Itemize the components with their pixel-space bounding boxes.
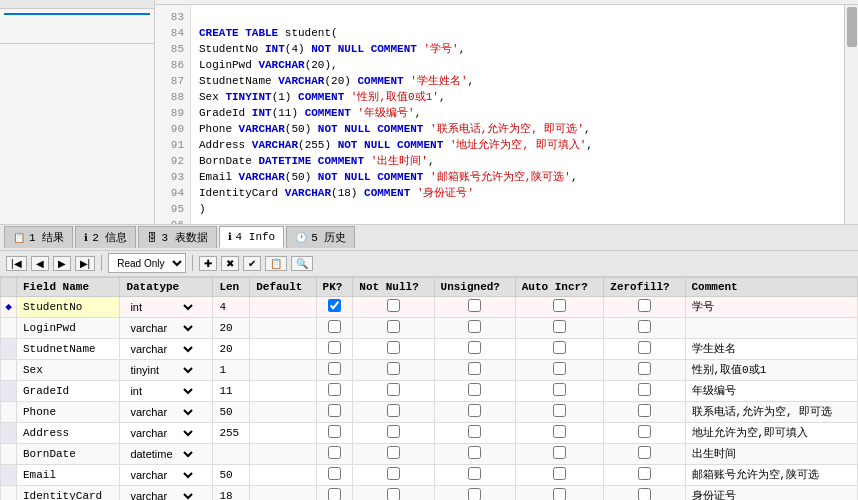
code-content[interactable]: 8384858687888990919293949596979899100101… [155, 5, 858, 224]
datatype-9[interactable]: varchar [120, 485, 213, 500]
code-line-8[interactable]: Address VARCHAR(255) NOT NULL COMMENT '地… [199, 137, 836, 153]
default-0[interactable] [250, 296, 316, 317]
unsigned-checkbox-4[interactable] [468, 383, 481, 396]
pk-8[interactable] [316, 464, 353, 485]
pk-2[interactable] [316, 338, 353, 359]
code-line-1[interactable]: CREATE TABLE student( [199, 25, 836, 41]
autoinc-3[interactable] [515, 359, 604, 380]
toolbar-btn-save[interactable]: ✔ [243, 256, 261, 271]
scrollbar-y[interactable] [844, 5, 858, 224]
autoinc-checkbox-7[interactable] [553, 446, 566, 459]
default-1[interactable] [250, 317, 316, 338]
unsigned-checkbox-9[interactable] [468, 488, 481, 501]
zerofill-0[interactable] [604, 296, 685, 317]
code-text[interactable]: CREATE TABLE student( StudentNo INT(4) N… [191, 5, 844, 224]
default-9[interactable] [250, 485, 316, 500]
zerofill-checkbox-2[interactable] [638, 341, 651, 354]
zerofill-checkbox-9[interactable] [638, 488, 651, 501]
notnull-checkbox-5[interactable] [387, 404, 400, 417]
notnull-checkbox-8[interactable] [387, 467, 400, 480]
unsigned-0[interactable] [434, 296, 515, 317]
code-line-11[interactable]: IdentityCard VARCHAR(18) COMMENT '身份证号' [199, 185, 836, 201]
autoinc-checkbox-1[interactable] [553, 320, 566, 333]
field-name-4[interactable]: GradeId [17, 380, 120, 401]
pk-0[interactable] [316, 296, 353, 317]
code-line-6[interactable]: GradeId INT(11) COMMENT '年级编号', [199, 105, 836, 121]
zerofill-6[interactable] [604, 422, 685, 443]
pk-3[interactable] [316, 359, 353, 380]
notnull-7[interactable] [353, 443, 434, 464]
datatype-select-4[interactable]: int [126, 384, 196, 398]
notnull-5[interactable] [353, 401, 434, 422]
default-4[interactable] [250, 380, 316, 401]
notnull-checkbox-9[interactable] [387, 488, 400, 501]
pk-checkbox-0[interactable] [328, 299, 341, 312]
comment-8[interactable]: 邮箱账号允许为空,陕可选 [685, 464, 858, 485]
field-name-7[interactable]: BornDate [17, 443, 120, 464]
code-line-4[interactable]: StudnetName VARCHAR(20) COMMENT '学生姓名', [199, 73, 836, 89]
datatype-4[interactable]: int [120, 380, 213, 401]
datatype-select-1[interactable]: varchar [126, 321, 196, 335]
datatype-select-8[interactable]: varchar [126, 468, 196, 482]
tab-history[interactable]: 🕐5 历史 [286, 226, 355, 248]
zerofill-checkbox-6[interactable] [638, 425, 651, 438]
notnull-checkbox-0[interactable] [387, 299, 400, 312]
code-line-10[interactable]: Email VARCHAR(50) NOT NULL COMMENT '邮箱账号… [199, 169, 836, 185]
field-name-3[interactable]: Sex [17, 359, 120, 380]
autoinc-0[interactable] [515, 296, 604, 317]
comment-9[interactable]: 身份证号 [685, 485, 858, 500]
zerofill-checkbox-3[interactable] [638, 362, 651, 375]
notnull-8[interactable] [353, 464, 434, 485]
comment-5[interactable]: 联系电话,允许为空, 即可选 [685, 401, 858, 422]
len-4[interactable]: 11 [213, 380, 250, 401]
notnull-checkbox-2[interactable] [387, 341, 400, 354]
zerofill-7[interactable] [604, 443, 685, 464]
autoinc-checkbox-5[interactable] [553, 404, 566, 417]
notnull-checkbox-7[interactable] [387, 446, 400, 459]
notnull-checkbox-4[interactable] [387, 383, 400, 396]
notnull-0[interactable] [353, 296, 434, 317]
autoinc-checkbox-3[interactable] [553, 362, 566, 375]
len-1[interactable]: 20 [213, 317, 250, 338]
toolbar-btn-prev[interactable]: ◀ [31, 256, 49, 271]
tab-info[interactable]: ℹ2 信息 [75, 226, 136, 248]
unsigned-checkbox-2[interactable] [468, 341, 481, 354]
data-grid[interactable]: Field NameDatatypeLenDefaultPK?Not Null?… [0, 277, 858, 501]
autoinc-checkbox-4[interactable] [553, 383, 566, 396]
unsigned-2[interactable] [434, 338, 515, 359]
zerofill-8[interactable] [604, 464, 685, 485]
unsigned-checkbox-3[interactable] [468, 362, 481, 375]
datatype-6[interactable]: varchar [120, 422, 213, 443]
autoinc-9[interactable] [515, 485, 604, 500]
toolbar-btn-delete[interactable]: ✖ [221, 256, 239, 271]
unsigned-checkbox-5[interactable] [468, 404, 481, 417]
unsigned-1[interactable] [434, 317, 515, 338]
pk-checkbox-8[interactable] [328, 467, 341, 480]
toolbar-btn-next[interactable]: ▶ [53, 256, 71, 271]
len-9[interactable]: 18 [213, 485, 250, 500]
zerofill-checkbox-0[interactable] [638, 299, 651, 312]
default-2[interactable] [250, 338, 316, 359]
ident-item[interactable] [4, 13, 150, 15]
zerofill-checkbox-8[interactable] [638, 467, 651, 480]
autoinc-1[interactable] [515, 317, 604, 338]
unsigned-7[interactable] [434, 443, 515, 464]
toolbar-select[interactable]: Read Only [108, 253, 186, 273]
default-6[interactable] [250, 422, 316, 443]
comment-3[interactable]: 性别,取值0或1 [685, 359, 858, 380]
unsigned-checkbox-8[interactable] [468, 467, 481, 480]
code-line-5[interactable]: Sex TINYINT(1) COMMENT '性别,取值0或1', [199, 89, 836, 105]
len-0[interactable]: 4 [213, 296, 250, 317]
pk-6[interactable] [316, 422, 353, 443]
notnull-checkbox-6[interactable] [387, 425, 400, 438]
unsigned-9[interactable] [434, 485, 515, 500]
zerofill-checkbox-1[interactable] [638, 320, 651, 333]
zerofill-2[interactable] [604, 338, 685, 359]
pk-checkbox-9[interactable] [328, 488, 341, 501]
zerofill-3[interactable] [604, 359, 685, 380]
notnull-6[interactable] [353, 422, 434, 443]
code-line-3[interactable]: LoginPwd VARCHAR(20), [199, 57, 836, 73]
notnull-2[interactable] [353, 338, 434, 359]
pk-checkbox-7[interactable] [328, 446, 341, 459]
autoinc-5[interactable] [515, 401, 604, 422]
